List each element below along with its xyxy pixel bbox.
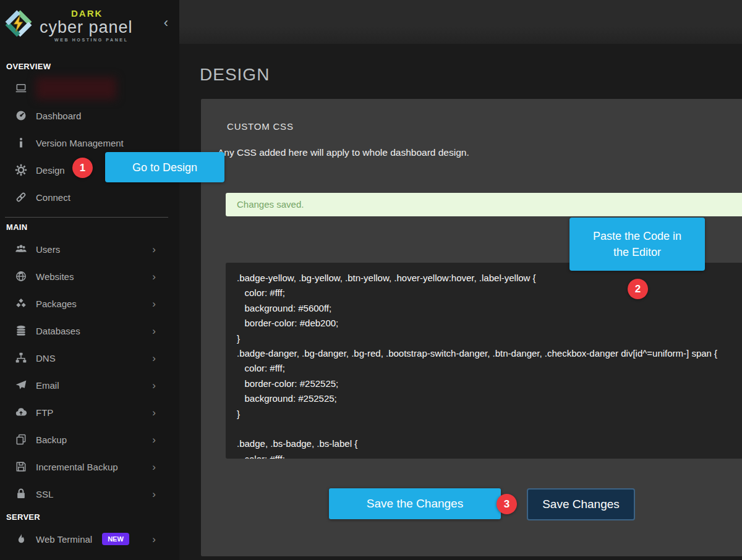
panel-description: Any CSS added here will apply to whole d… [218, 147, 469, 158]
sidebar-item-websites[interactable]: Websites › [0, 263, 179, 290]
floppy-icon [15, 460, 27, 473]
globe-icon [15, 270, 27, 282]
sidebar-item-incremental-backup[interactable]: Incremental Backup › [0, 453, 179, 480]
sidebar-item-connect[interactable]: Connect [0, 184, 179, 211]
sidebar-item-label: Packages [36, 299, 77, 309]
logo-tagline: WEB HOSTING PANEL [54, 38, 179, 42]
sidebar: DARK cyber panel WEB HOSTING PANEL ‹ OVE… [0, 0, 179, 560]
section-overview: OVERVIEW [6, 62, 179, 71]
step-2-badge: 2 [628, 279, 648, 299]
paste-code-callout: Paste the Code in the Editor [569, 218, 705, 271]
laptop-icon [15, 82, 27, 95]
step-3-badge: 3 [497, 494, 517, 514]
sidebar-item-ftp[interactable]: FTP › [0, 399, 179, 426]
sidebar-item-label: Dashboard [36, 111, 81, 121]
chevron-right-icon: › [152, 353, 156, 363]
chevron-right-icon: › [152, 244, 156, 255]
gear-icon [15, 164, 27, 176]
sidebar-item-ssl[interactable]: SSL › [0, 480, 179, 507]
sidebar-item-label: DNS [36, 353, 56, 363]
chevron-right-icon: › [152, 534, 156, 545]
chevron-right-icon: › [152, 489, 156, 499]
redacted-server-name [36, 77, 116, 100]
sidebar-item-label: Websites [36, 271, 74, 282]
step-1-badge: 1 [72, 158, 93, 178]
users-icon [15, 243, 27, 255]
sidebar-item-dashboard[interactable]: Dashboard [0, 102, 179, 129]
sidebar-item-label: Users [36, 244, 60, 255]
cloud-upload-icon [15, 406, 27, 418]
paper-plane-icon [15, 379, 27, 391]
chevron-right-icon: › [152, 380, 156, 391]
cyberpanel-logo-icon [5, 10, 32, 37]
chevron-right-icon: › [152, 462, 156, 472]
sidebar-item-web-terminal[interactable]: Web Terminal NEW › [0, 525, 179, 553]
sidebar-item-label: Version Management [36, 138, 124, 148]
cubes-icon [15, 297, 27, 310]
panel-title: CUSTOM CSS [227, 121, 294, 132]
changes-saved-alert: Changes saved. [226, 193, 742, 216]
sidebar-item-server[interactable] [0, 75, 179, 102]
logo-brand: cyber panel [40, 19, 179, 36]
custom-css-editor[interactable]: .badge-yellow, .bg-yellow, .btn-yellow, … [226, 263, 742, 459]
sidebar-item-label: Design [36, 165, 65, 176]
sidebar-divider [5, 217, 168, 218]
lock-icon [15, 488, 27, 500]
sidebar-item-backup[interactable]: Backup › [0, 426, 179, 453]
chevron-right-icon: › [152, 271, 156, 282]
chevron-right-icon: › [152, 435, 156, 445]
section-main: MAIN [6, 223, 179, 232]
link-icon [15, 191, 27, 203]
sidebar-item-label: Incremental Backup [36, 462, 118, 472]
section-server: SERVER [6, 512, 179, 522]
sidebar-item-label: Databases [36, 326, 80, 336]
sidebar-item-dns[interactable]: DNS › [0, 344, 179, 371]
logo[interactable]: DARK cyber panel WEB HOSTING PANEL ‹ [0, 0, 179, 57]
database-icon [15, 325, 27, 337]
sidebar-item-label: SSL [36, 489, 53, 499]
sidebar-item-users[interactable]: Users › [0, 235, 179, 263]
sidebar-item-label: Connect [36, 192, 70, 203]
info-icon [15, 137, 27, 149]
sidebar-item-label: Backup [36, 435, 67, 445]
custom-css-panel: CUSTOM CSS Any CSS added here will apply… [201, 99, 742, 556]
copy-icon [15, 433, 27, 446]
sidebar-item-label: Email [36, 380, 59, 391]
dashboard-icon [15, 109, 27, 122]
sidebar-item-email[interactable]: Email › [0, 371, 179, 399]
new-badge: NEW [102, 533, 129, 545]
sitemap-icon [15, 352, 27, 364]
sidebar-collapse-icon[interactable]: ‹ [164, 16, 168, 30]
chevron-right-icon: › [152, 407, 156, 418]
save-changes-button[interactable]: Save Changes [527, 488, 635, 520]
sidebar-item-label: FTP [36, 407, 53, 418]
chevron-right-icon: › [152, 326, 156, 336]
page-title: DESIGN [200, 65, 270, 85]
go-to-design-callout: Go to Design [105, 152, 224, 182]
sidebar-item-label: Web Terminal [36, 534, 92, 545]
sidebar-item-databases[interactable]: Databases › [0, 317, 179, 344]
chevron-right-icon: › [152, 299, 156, 309]
top-bar [179, 0, 742, 44]
sidebar-item-packages[interactable]: Packages › [0, 290, 179, 317]
flame-icon [15, 533, 27, 545]
save-the-changes-callout: Save the Changes [329, 488, 501, 519]
main-content: DESIGN CUSTOM CSS Any CSS added here wil… [179, 0, 742, 560]
